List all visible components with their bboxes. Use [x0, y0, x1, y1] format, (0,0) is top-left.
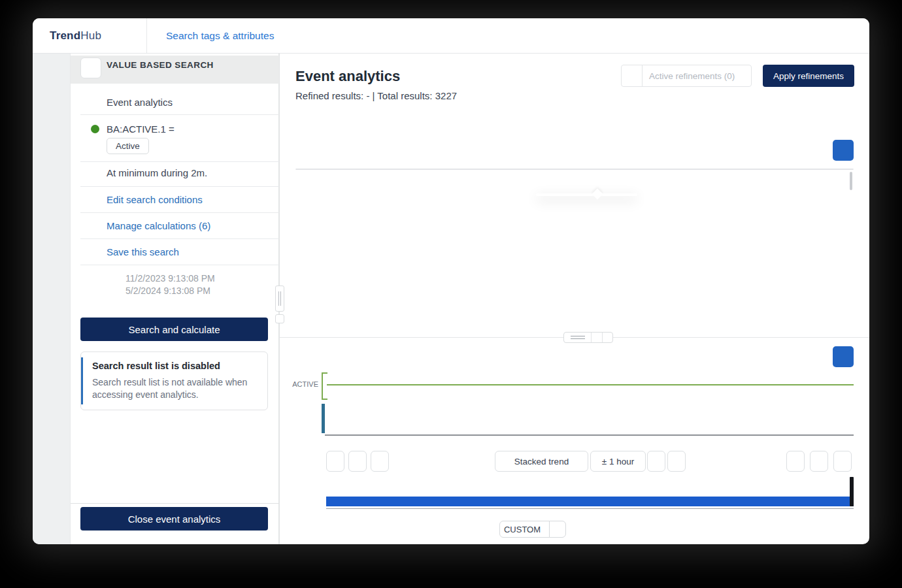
divider — [80, 238, 279, 239]
edit-search-conditions-link[interactable]: Edit search conditions — [107, 194, 203, 205]
topbar: TrendHub — [33, 18, 869, 54]
column-context-menu — [536, 193, 637, 196]
info-accent-bar — [81, 357, 83, 404]
divider — [80, 114, 279, 115]
app-window: TrendHub VALUE BASED SEARCH Event analyt… — [33, 18, 869, 544]
condition-tag: BA:ACTIVE.1 = — [107, 123, 175, 135]
selection-range-bar[interactable] — [326, 497, 854, 506]
menu-caret — [592, 189, 603, 200]
range-handle[interactable] — [850, 477, 854, 506]
state-axis-label: ACTIVE — [281, 380, 318, 388]
pan-left-button[interactable] — [326, 451, 344, 472]
overview-axis — [326, 508, 854, 509]
range-end-value: 5/2/2024 9:13:08 PM — [125, 286, 210, 296]
drag-grip[interactable] — [564, 333, 592, 342]
time-button-right[interactable] — [810, 451, 828, 472]
x-axis — [325, 434, 854, 436]
app-title: TrendHub — [50, 29, 101, 42]
page-title: Event analytics — [295, 68, 400, 85]
custom-window-button[interactable] — [549, 521, 566, 538]
divider — [80, 186, 279, 187]
active-refinements-select[interactable]: Active refinements (0) — [621, 65, 752, 87]
global-search — [147, 18, 856, 53]
time-range-label: ± 1 hour — [602, 457, 634, 466]
results-table — [295, 169, 854, 170]
divider — [80, 161, 279, 162]
range-start-value: 11/2/2023 9:13:08 PM — [125, 273, 215, 284]
apply-refinements-button[interactable]: Apply refinements — [763, 65, 854, 87]
split-resize-handle[interactable] — [563, 332, 613, 343]
stacked-trend-label: Stacked trend — [514, 457, 569, 466]
event-type-label: Event analytics — [107, 97, 173, 108]
panel-resize-handle[interactable] — [275, 286, 284, 312]
logo-area[interactable]: TrendHub — [33, 18, 147, 53]
state-axis-bracket — [322, 372, 327, 400]
vbs-title: VALUE BASED SEARCH — [107, 60, 214, 70]
state-series-line — [327, 384, 854, 385]
chart-settings-button[interactable] — [833, 346, 854, 367]
calendar-button-right[interactable] — [786, 451, 805, 472]
divider — [80, 212, 279, 213]
panel-collapse-button[interactable] — [275, 314, 284, 323]
divider — [71, 503, 279, 504]
manage-calculations-link[interactable]: Manage calculations (6) — [107, 220, 210, 231]
calendar-button-left[interactable] — [348, 451, 367, 472]
stacked-trend-select[interactable]: Stacked trend — [495, 451, 588, 472]
condition-value-chip[interactable]: Active — [107, 138, 149, 154]
duration-condition: At minimum during 2m. — [107, 167, 207, 178]
info-body: Search result list is not available when… — [92, 376, 256, 401]
status-dot — [91, 125, 99, 133]
time-button-left[interactable] — [371, 451, 389, 472]
time-range-button[interactable]: ± 1 hour — [590, 451, 646, 472]
range-start-row: 11/2/2023 9:13:08 PM — [120, 273, 215, 284]
lock-button[interactable] — [647, 451, 665, 472]
home-button[interactable] — [80, 57, 101, 78]
trend-plot[interactable] — [325, 404, 854, 434]
save-search-link[interactable]: Save this search — [107, 246, 179, 257]
custom-label: CUSTOM — [504, 525, 541, 534]
value-based-search-panel — [71, 54, 279, 544]
table-settings-button[interactable] — [833, 140, 854, 161]
table-scrollbar[interactable] — [850, 172, 852, 190]
expand-down-button[interactable] — [603, 333, 613, 342]
range-end-row: 5/2/2024 9:13:08 PM — [120, 286, 210, 296]
expand-up-button[interactable] — [592, 333, 603, 342]
timeline-overview[interactable] — [326, 477, 854, 506]
results-summary: Refined results: - | Total results: 3227 — [295, 90, 457, 101]
info-title: Search result list is disabled — [92, 361, 220, 371]
history-button[interactable] — [667, 451, 686, 472]
divider — [80, 265, 279, 265]
custom-range-button[interactable]: CUSTOM — [499, 521, 550, 538]
active-refinements-label: Active refinements (0) — [643, 71, 744, 81]
info-card: Search result list is disabled Search re… — [80, 351, 268, 410]
search-and-calculate-button[interactable]: Search and calculate — [80, 318, 268, 341]
icon-rail — [33, 54, 71, 544]
custom-range-group: CUSTOM — [499, 521, 566, 538]
search-input[interactable] — [166, 30, 375, 42]
close-event-analytics-button[interactable]: Close event analytics — [80, 507, 268, 531]
pan-right-button[interactable] — [833, 451, 852, 472]
